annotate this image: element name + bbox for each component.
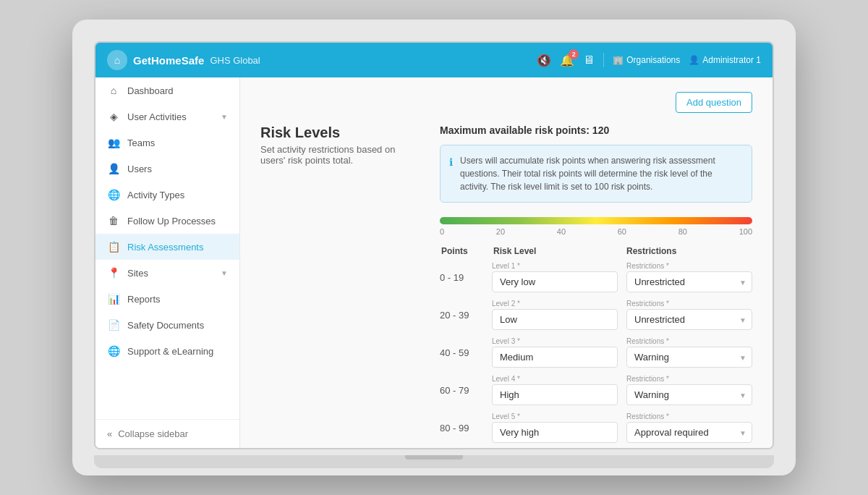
risk-assessments-icon: 📋 [107, 241, 120, 253]
logo-icon: ⌂ [107, 50, 127, 70]
row-points-2: 40 - 59 [440, 347, 483, 358]
org-btn-label: Organisations [626, 55, 680, 65]
collapse-sidebar-button[interactable]: « Collapse sidebar [95, 420, 239, 448]
info-icon: ℹ [449, 155, 453, 193]
sidebar: ⌂ Dashboard ◈ User Activities ▼ 👥 Teams … [95, 77, 240, 448]
level-field-1: Level 2 * [492, 300, 618, 330]
sidebar-item-risk-assessments[interactable]: 📋 Risk Assessments [95, 234, 239, 260]
sidebar-item-users[interactable]: 👤 Users [95, 156, 239, 182]
level-input-4[interactable] [492, 422, 618, 443]
restriction-select-0[interactable]: UnrestrictedWarningApproval requiredRest… [626, 271, 752, 292]
sidebar-item-activity-types[interactable]: 🌐 Activity Types [95, 182, 239, 208]
restriction-select-wrap-1: UnrestrictedWarningApproval requiredRest… [626, 309, 752, 330]
body: ⌂ Dashboard ◈ User Activities ▼ 👥 Teams … [95, 77, 773, 448]
level-input-3[interactable] [492, 384, 618, 405]
info-text: Users will accumulate risk points when a… [460, 154, 743, 193]
level-input-2[interactable] [492, 347, 618, 368]
risk-table-header: Points Risk Level Restrictions [440, 246, 752, 256]
sidebar-bottom: « Collapse sidebar [95, 419, 239, 448]
left-column: Risk Levels Set activity restrictions ba… [260, 124, 420, 448]
level-field-0: Level 1 * [492, 262, 618, 292]
risk-row: 0 - 19 Level 1 * Restrictions * Unrestri… [440, 262, 752, 292]
laptop-screen: ⌂ GetHomeSafe GHS Global 🔇 🔔 2 🖥 🏢 Orga [94, 41, 774, 449]
org-name: GHS Global [210, 55, 260, 66]
sidebar-label-teams: Teams [127, 138, 228, 148]
col-header-restrictions: Restrictions [626, 246, 751, 256]
expand-arrow: ▼ [221, 269, 228, 277]
org-icon: 🏢 [613, 55, 624, 65]
restriction-select-1[interactable]: UnrestrictedWarningApproval requiredRest… [626, 309, 752, 330]
laptop-notch [405, 455, 463, 460]
add-question-button[interactable]: Add question [676, 92, 752, 113]
sidebar-label-risk-assessments: Risk Assessments [127, 242, 228, 253]
notification-badge: 2 [569, 49, 579, 59]
organisations-button[interactable]: 🏢 Organisations [613, 55, 680, 65]
sidebar-label-safety-documents: Safety Documents [127, 320, 228, 331]
sidebar-label-reports: Reports [127, 294, 228, 305]
page-subtitle: Set activity restrictions based on users… [260, 144, 420, 166]
level-label-0: Level 1 * [492, 262, 618, 270]
notifications-icon[interactable]: 🔔 2 [560, 54, 574, 67]
risk-row: 60 - 79 Level 4 * Restrictions * Unrestr… [440, 375, 752, 405]
header-actions: 🔇 🔔 2 🖥 🏢 Organisations 👤 Administrator … [537, 53, 761, 67]
restriction-select-3[interactable]: UnrestrictedWarningApproval requiredRest… [626, 384, 752, 405]
monitor-icon[interactable]: 🖥 [583, 54, 595, 67]
users-icon: 👤 [107, 163, 120, 174]
level-label-4: Level 5 * [492, 412, 618, 420]
level-input-1[interactable] [492, 309, 618, 330]
teams-icon: 👥 [107, 137, 120, 148]
col-header-points: Points [441, 246, 485, 256]
header-logo: ⌂ GetHomeSafe [107, 50, 204, 70]
risk-table: 0 - 19 Level 1 * Restrictions * Unrestri… [440, 262, 752, 448]
risk-row: 80 - 99 Level 5 * Restrictions * Unrestr… [440, 412, 752, 443]
restriction-select-wrap-3: UnrestrictedWarningApproval requiredRest… [626, 384, 752, 405]
sidebar-item-dashboard[interactable]: ⌂ Dashboard [95, 77, 239, 103]
laptop-shell: ⌂ GetHomeSafe GHS Global 🔇 🔔 2 🖥 🏢 Orga [72, 20, 796, 475]
sidebar-item-follow-up-processes[interactable]: 🗑 Follow Up Processes [95, 208, 239, 234]
sidebar-label-users: Users [127, 164, 228, 174]
sidebar-item-teams[interactable]: 👥 Teams [95, 130, 239, 156]
gradient-bar [440, 217, 752, 224]
sidebar-item-reports[interactable]: 📊 Reports [95, 286, 239, 312]
sidebar-label-dashboard: Dashboard [127, 85, 228, 96]
sidebar-label-support: Support & eLearning [127, 346, 228, 357]
laptop-base [94, 455, 774, 468]
col-header-risk-level: Risk Level [493, 246, 618, 256]
level-field-3: Level 4 * [492, 375, 618, 405]
row-points-3: 60 - 79 [440, 385, 483, 396]
user-menu-button[interactable]: 👤 Administrator 1 [689, 55, 761, 65]
level-input-0[interactable] [492, 271, 618, 292]
row-points-1: 20 - 39 [440, 310, 483, 321]
main-top-bar: Add question [260, 92, 752, 113]
right-column: Maximum available risk points: 120 ℹ Use… [440, 124, 752, 448]
restriction-label-1: Restrictions * [626, 300, 752, 308]
sidebar-item-support[interactable]: 🌐 Support & eLearning [95, 338, 239, 364]
user-btn-label: Administrator 1 [702, 55, 761, 65]
collapse-label: Collapse sidebar [118, 428, 188, 439]
sidebar-label-sites: Sites [127, 268, 213, 279]
risk-row: 20 - 39 Level 2 * Restrictions * Unrestr… [440, 300, 752, 330]
sidebar-item-user-activities[interactable]: ◈ User Activities ▼ [95, 103, 239, 130]
mute-icon[interactable]: 🔇 [537, 54, 551, 67]
sidebar-item-sites[interactable]: 📍 Sites ▼ [95, 260, 239, 286]
info-box: ℹ Users will accumulate risk points when… [440, 145, 752, 203]
sidebar-item-safety-documents[interactable]: 📄 Safety Documents [95, 312, 239, 338]
restriction-select-wrap-2: UnrestrictedWarningApproval requiredRest… [626, 347, 752, 368]
page-title: Risk Levels [260, 124, 420, 141]
main-content: Add question Risk Levels Set activity re… [240, 77, 773, 448]
restriction-select-4[interactable]: UnrestrictedWarningApproval requiredRest… [626, 422, 752, 443]
sidebar-label-follow-up-processes: Follow Up Processes [127, 216, 228, 227]
risk-row: 40 - 59 Level 3 * Restrictions * Unrestr… [440, 337, 752, 368]
restriction-select-2[interactable]: UnrestrictedWarningApproval requiredRest… [626, 347, 752, 368]
row-points-4: 80 - 99 [440, 423, 483, 433]
expand-arrow: ▼ [221, 113, 228, 121]
dashboard-icon: ⌂ [107, 85, 120, 96]
restriction-select-wrap-0: UnrestrictedWarningApproval requiredRest… [626, 271, 752, 292]
restriction-field-2: Restrictions * UnrestrictedWarningApprov… [626, 337, 752, 368]
gradient-bar-wrap: 0 20 40 60 80 100 [440, 217, 752, 236]
restriction-field-0: Restrictions * UnrestrictedWarningApprov… [626, 262, 752, 292]
safety-documents-icon: 📄 [107, 319, 120, 331]
level-field-2: Level 3 * [492, 337, 618, 368]
restriction-field-3: Restrictions * UnrestrictedWarningApprov… [626, 375, 752, 405]
level-field-4: Level 5 * [492, 412, 618, 443]
